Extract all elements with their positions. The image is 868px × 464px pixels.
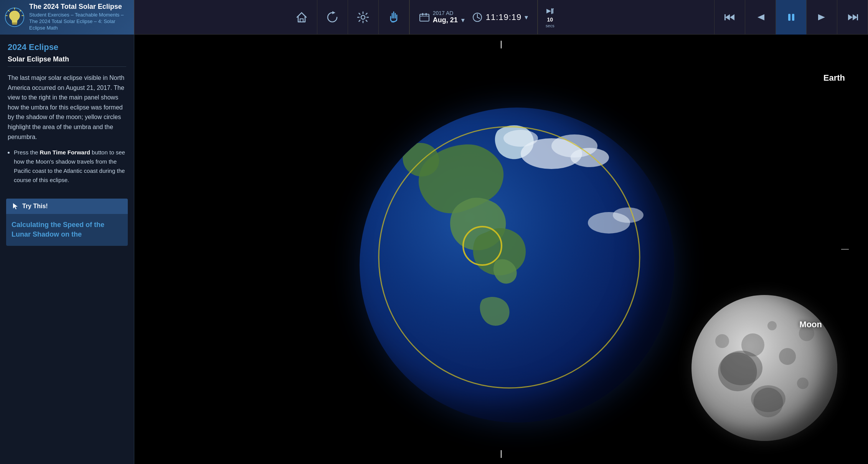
svg-point-32: [503, 130, 538, 147]
try-this-header: Try This!: [6, 199, 128, 214]
hand-tool-button[interactable]: [379, 0, 409, 35]
time-control[interactable]: 11:19:19 ▾: [472, 12, 528, 23]
svg-rect-11: [420, 14, 429, 21]
svg-point-31: [571, 148, 609, 167]
svg-line-17: [477, 17, 480, 18]
date-day: Aug, 21 ▾: [433, 16, 464, 24]
date-time-area: 2017 AD Aug, 21 ▾ 11:19:19 ▾: [409, 0, 538, 35]
header-breadcrumb: Student Exercises – Teachable Moments – …: [29, 12, 129, 31]
svg-point-46: [720, 351, 762, 385]
svg-rect-23: [788, 14, 790, 21]
svg-rect-21: [724, 14, 726, 20]
svg-rect-24: [792, 14, 794, 21]
moon-globe: [691, 295, 837, 441]
step-label: secs: [546, 23, 554, 28]
header-text: The 2024 Total Solar Eclipse Student Exe…: [29, 3, 129, 31]
svg-marker-20: [730, 14, 734, 20]
lightbulb-icon: [5, 7, 25, 27]
svg-rect-28: [857, 14, 858, 20]
sidebar-divider: [8, 66, 126, 67]
try-this-content: Calculating the Speed of the Lunar Shado…: [6, 214, 128, 245]
toolbar-controls: 2017 AD Aug, 21 ▾ 11:19:19 ▾: [134, 0, 714, 34]
date-value: 2017 AD Aug, 21 ▾: [433, 10, 464, 24]
step-value: 10: [547, 17, 553, 23]
play-forward-button[interactable]: [807, 0, 837, 35]
sidebar-subtitle: Solar Eclipse Math: [0, 54, 134, 66]
skip-back-button[interactable]: [715, 0, 745, 35]
svg-marker-25: [818, 14, 825, 20]
svg-marker-19: [725, 14, 730, 20]
svg-marker-22: [757, 14, 764, 20]
svg-rect-14: [426, 13, 427, 15]
header-title: The 2024 Total Solar Eclipse: [29, 3, 129, 11]
svg-rect-2: [12, 23, 17, 25]
tick-bottom: [501, 450, 502, 458]
svg-rect-13: [422, 13, 423, 15]
earth-label: Earth: [823, 73, 845, 83]
playback-controls: [714, 0, 868, 35]
time-value: 11:19:19: [486, 12, 522, 22]
sidebar-section-title: 2024 Eclipse: [0, 35, 134, 54]
svg-point-47: [751, 385, 785, 412]
toolbar: The 2024 Total Solar Eclipse Student Exe…: [0, 0, 868, 35]
svg-rect-1: [12, 22, 17, 23]
sidebar-description: The last major solar eclipse visible in …: [0, 73, 134, 148]
try-this-label: Try This!: [22, 203, 48, 210]
tick-top: [501, 41, 502, 48]
earth-container: [360, 108, 674, 423]
moon-container: [691, 295, 837, 441]
try-this-box: Try This! Calculating the Speed of the L…: [6, 199, 128, 245]
viz-panel[interactable]: Earth Moon: [134, 35, 868, 464]
time-dropdown-arrow[interactable]: ▾: [525, 13, 528, 22]
try-this-content-title: Calculating the Speed of the Lunar Shado…: [12, 220, 122, 239]
svg-rect-10: [391, 21, 394, 23]
sidebar: 2024 Eclipse Solar Eclipse Math The last…: [0, 35, 134, 464]
svg-point-43: [797, 378, 809, 389]
svg-point-34: [613, 207, 644, 223]
dash-right: [841, 249, 849, 250]
sidebar-list: Press the Run Time Forward button to see…: [0, 148, 134, 194]
svg-point-44: [767, 321, 777, 330]
moon-craters: [691, 295, 837, 441]
svg-marker-26: [848, 14, 853, 20]
settings-button[interactable]: [348, 0, 379, 35]
date-year: 2017 AD: [433, 10, 454, 16]
refresh-button[interactable]: [317, 0, 348, 35]
svg-point-41: [779, 348, 796, 365]
main-content: 2024 Eclipse Solar Eclipse Math The last…: [0, 35, 868, 464]
step-control[interactable]: 10 secs: [538, 0, 562, 35]
svg-point-42: [715, 334, 729, 348]
pause-button[interactable]: [776, 0, 807, 35]
space-scene: Earth Moon: [134, 35, 868, 464]
earth-land: [360, 108, 674, 423]
svg-point-9: [361, 15, 365, 19]
play-back-button[interactable]: [745, 0, 776, 35]
cursor-icon: [12, 202, 19, 210]
earth-globe: [360, 108, 674, 423]
list-item: Press the Run Time Forward button to see…: [14, 148, 126, 185]
date-control[interactable]: 2017 AD Aug, 21 ▾: [419, 10, 464, 24]
skip-forward-button[interactable]: [837, 0, 868, 35]
moon-label: Moon: [799, 320, 822, 330]
header-logo-area: The 2024 Total Solar Eclipse Student Exe…: [0, 0, 134, 35]
svg-marker-27: [853, 14, 857, 20]
home-button[interactable]: [287, 0, 317, 35]
